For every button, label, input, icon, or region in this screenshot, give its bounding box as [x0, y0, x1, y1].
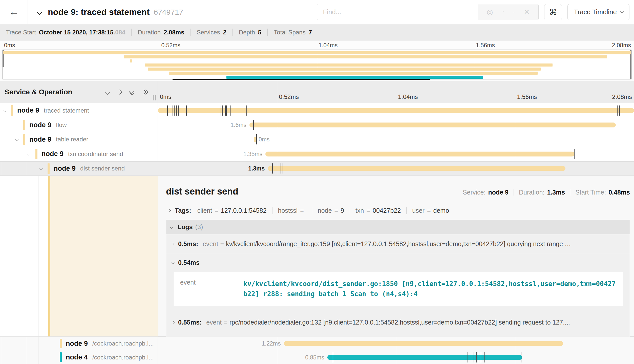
log-tick	[574, 149, 575, 159]
detail-left-column	[0, 176, 158, 336]
indent-guide	[2, 161, 2, 176]
indent-guide	[14, 337, 14, 351]
locate-icon[interactable]: ◎	[487, 9, 493, 16]
detail-title-row: dist sender send Service: node 9 Duratio…	[166, 181, 630, 200]
span-row[interactable]: node 9txn coordinator send1.35ms	[0, 147, 634, 161]
expand-chevron-icon[interactable]	[28, 152, 30, 156]
services-item: Services 2	[197, 29, 226, 36]
tags-row[interactable]: Tags: client = 127.0.0.1:54582 hostssl =…	[166, 204, 630, 220]
span-row-bar-cell[interactable]: 1.6ms	[158, 118, 634, 132]
depth-label: Depth	[239, 29, 255, 36]
span-bar[interactable]	[249, 123, 616, 127]
top-bar: ← node 9: traced statement 6749717 ◎ ✕ ⌘…	[0, 0, 634, 24]
log-entry[interactable]: 0.55ms: event = rpc/nodedialer/nodediale…	[166, 313, 630, 332]
log-value: kv/kvclient/kvcoord/dist_sender.go:1850 …	[243, 279, 617, 299]
tag-key: node	[318, 207, 332, 214]
find-box: ◎ ✕	[317, 4, 539, 20]
separator	[514, 189, 514, 196]
span-row-label-cell[interactable]: node 9table reader	[0, 132, 158, 147]
span-row-bar-cell[interactable]: 1.35ms	[158, 147, 634, 161]
next-match-chevron-down-icon[interactable]	[512, 10, 516, 14]
logs-collapse-chevron-icon	[170, 225, 173, 229]
span-bar[interactable]	[284, 341, 563, 346]
column-resize-grip[interactable]	[153, 95, 156, 100]
collapse-one-chevron-down-icon[interactable]	[106, 90, 109, 94]
back-button[interactable]: ←	[0, 0, 28, 24]
title-group: node 9: traced statement 6749717	[37, 7, 317, 17]
operation-name: table reader	[56, 136, 88, 143]
equals-sign: =	[220, 240, 224, 248]
minimap-tick: 2.08ms	[612, 42, 631, 49]
span-row[interactable]: node 9flow1.6ms	[0, 118, 634, 132]
tags-expand-chevron-icon[interactable]	[167, 209, 171, 212]
indent-guide	[26, 176, 26, 336]
span-row[interactable]: node 4/cockroach.roachpb.I...0.85ms	[0, 350, 634, 364]
log-tick	[226, 105, 227, 116]
expand-chevron-icon[interactable]	[4, 108, 6, 113]
span-row-bar-cell[interactable]: 0.85ms	[158, 350, 634, 364]
services-label: Services	[197, 29, 220, 36]
service-label: Service:	[463, 189, 485, 196]
indent-guide	[26, 161, 26, 176]
expand-chevron-icon[interactable]	[40, 166, 42, 171]
collapse-controls	[106, 81, 147, 103]
expand-chevron-icon[interactable]	[16, 137, 18, 142]
log-entry-expanded: 0.54ms event kv/kvclient/kvcoord/dist_se…	[166, 254, 630, 313]
log-collapse-chevron-icon	[171, 261, 175, 264]
logs-header[interactable]: Logs (3)	[166, 220, 630, 234]
find-tools: ◎ ✕	[478, 4, 538, 20]
span-bar[interactable]	[254, 137, 256, 142]
clear-search-close-icon[interactable]: ✕	[524, 9, 530, 16]
prev-match-chevron-up-icon[interactable]	[501, 10, 504, 14]
separator	[570, 189, 570, 196]
span-detail-panel: dist sender send Service: node 9 Duratio…	[158, 176, 634, 336]
span-row-label-cell[interactable]: node 9txn coordinator send	[0, 147, 158, 161]
service-name: node 9	[17, 106, 39, 114]
span-row-label-cell[interactable]: node 9flow	[0, 118, 158, 132]
tag-key: txn	[355, 207, 364, 214]
trace-view-dropdown[interactable]: Trace Timeline	[567, 4, 629, 20]
log-tick	[256, 134, 257, 144]
span-row-label-cell[interactable]: node 9/cockroach.roachpb.I...	[0, 337, 158, 351]
span-row[interactable]: node 9/cockroach.roachpb.I...1.22ms	[0, 337, 634, 351]
span-row-bar-cell[interactable]	[158, 103, 634, 118]
log-tick	[481, 352, 481, 362]
span-row-label-cell[interactable]: node 4/cockroach.roachpb.I...	[0, 350, 158, 364]
collapse-trace-chevron-icon[interactable]	[36, 9, 43, 15]
span-row-bar-cell[interactable]: 1.22ms	[158, 337, 634, 351]
log-tick	[619, 105, 620, 116]
total-spans-label: Total Spans	[274, 29, 305, 36]
span-row-bar-cell[interactable]: 0ms	[158, 132, 634, 147]
expand-one-chevron-right-icon[interactable]	[118, 90, 121, 94]
span-row[interactable]: node 9table reader0ms	[0, 132, 634, 147]
service-name: node 9	[41, 150, 64, 158]
expand-all-double-chevron-right-icon[interactable]	[142, 90, 147, 94]
span-row[interactable]: node 9traced statement	[0, 103, 634, 118]
collapse-all-double-chevron-down-icon[interactable]	[130, 90, 134, 95]
minimap-canvas[interactable]	[3, 50, 631, 79]
indent-guide	[38, 350, 38, 364]
find-input[interactable]	[317, 4, 478, 20]
span-bar[interactable]	[268, 166, 565, 171]
selected-service-color-stripe	[48, 176, 50, 336]
span-row-bar-cell[interactable]: 1.3ms	[158, 161, 634, 176]
log-entry[interactable]: 0.5ms: event = kv/kvclient/kvcoord/range…	[166, 234, 630, 254]
log-tick	[474, 352, 474, 362]
tag-value: 127.0.0.1:54582	[221, 207, 267, 214]
span-row-label-cell[interactable]: node 9traced statement	[0, 103, 158, 118]
log-collapse-row[interactable]: 0.54ms	[170, 259, 625, 266]
span-row-label-cell[interactable]: node 9dist sender send	[0, 161, 158, 176]
span-bar[interactable]	[158, 108, 634, 113]
service-color-stripe	[48, 163, 50, 174]
keyboard-shortcuts-button[interactable]: ⌘	[544, 4, 562, 20]
span-duration-label: 1.6ms	[230, 122, 246, 129]
span-bar[interactable]	[327, 355, 522, 360]
depth-item: Depth 5	[239, 29, 261, 36]
span-bar[interactable]	[265, 152, 574, 156]
ruler-tick: 2.08ms	[612, 93, 632, 100]
log-tick	[272, 163, 273, 174]
log-tick	[176, 105, 177, 116]
span-row[interactable]: node 9dist sender send1.3ms	[0, 161, 634, 176]
span-duration-label: 1.22ms	[262, 340, 281, 347]
span-title: dist sender send	[166, 186, 238, 197]
